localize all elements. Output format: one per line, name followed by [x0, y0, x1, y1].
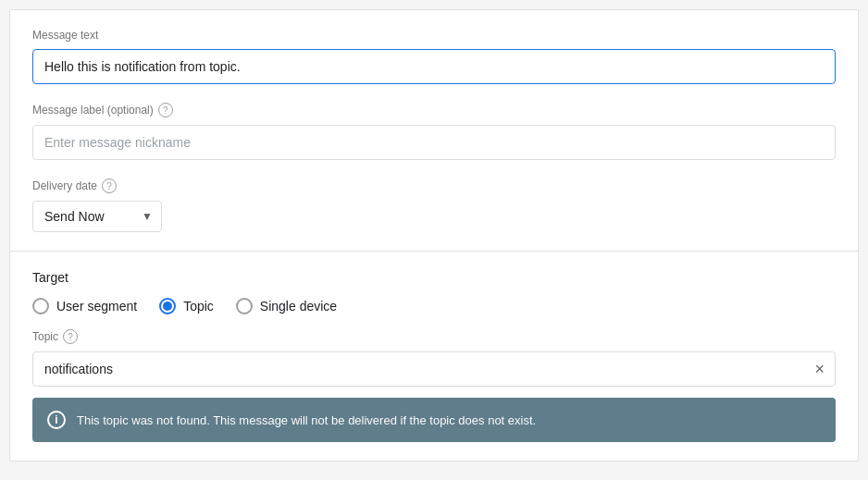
delivery-select-wrapper: Send Now Schedule ▼	[32, 201, 162, 232]
message-label-group: Message label (optional) ?	[32, 103, 836, 160]
message-section: Message text Message label (optional) ? …	[10, 10, 858, 251]
delivery-select[interactable]: Send Now Schedule	[32, 201, 162, 232]
message-text-label: Message text	[32, 29, 836, 42]
radio-option-topic[interactable]: Topic	[159, 298, 214, 314]
radio-label-single-device: Single device	[260, 299, 337, 314]
target-title: Target	[32, 270, 836, 285]
radio-topic[interactable]	[159, 298, 176, 314]
topic-warning-text: This topic was not found. This message w…	[77, 413, 536, 427]
radio-user-segment[interactable]	[32, 298, 49, 314]
radio-label-user-segment: User segment	[56, 299, 137, 314]
message-text-input[interactable]	[32, 49, 836, 84]
message-label-input[interactable]	[32, 125, 836, 160]
delivery-date-group: Delivery date ? Send Now Schedule ▼	[32, 178, 836, 232]
topic-field-label: Topic ?	[32, 329, 836, 344]
radio-option-user-segment[interactable]: User segment	[32, 298, 137, 314]
topic-input-wrapper: ×	[32, 351, 836, 387]
message-label-label: Message label (optional) ?	[32, 103, 836, 117]
info-icon: i	[47, 411, 66, 429]
radio-single-device[interactable]	[236, 298, 253, 314]
message-text-group: Message text	[32, 29, 836, 84]
topic-warning-banner: i This topic was not found. This message…	[32, 398, 836, 442]
message-label-help-icon[interactable]: ?	[158, 103, 173, 117]
target-radio-group: User segment Topic Single device	[32, 298, 836, 314]
topic-help-icon[interactable]: ?	[63, 329, 78, 344]
delivery-date-label: Delivery date ?	[32, 178, 836, 193]
topic-input[interactable]	[32, 351, 836, 387]
topic-clear-button[interactable]: ×	[812, 359, 826, 379]
main-container: Message text Message label (optional) ? …	[9, 9, 859, 462]
radio-option-single-device[interactable]: Single device	[236, 298, 337, 314]
delivery-date-help-icon[interactable]: ?	[102, 178, 117, 193]
radio-label-topic: Topic	[183, 299, 214, 314]
target-section: Target User segment Topic Single device …	[10, 252, 858, 461]
